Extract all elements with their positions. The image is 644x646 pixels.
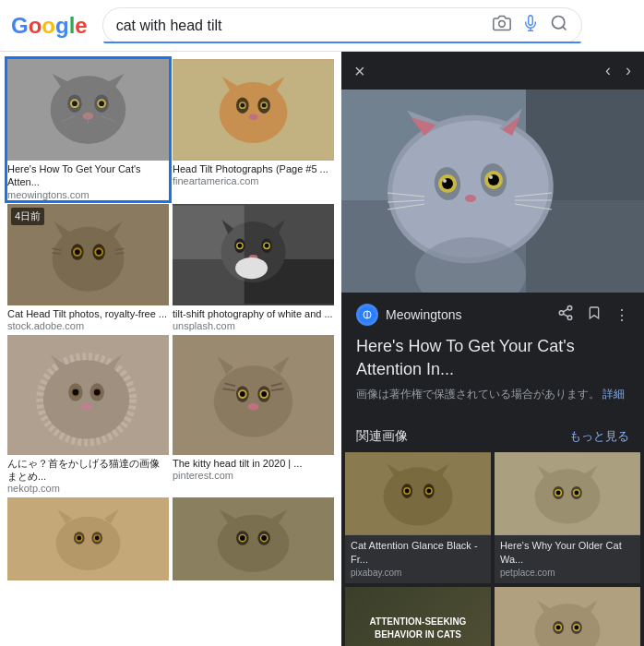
grid-item-2-caption: Head Tilt Photographs (Page #5 ... (173, 162, 334, 175)
svg-point-19 (220, 82, 288, 143)
related-item-2-source: petplace.com (495, 568, 640, 583)
grid-row-2: 4日前 Cat Head Tilt photos, royalty-free .… (7, 204, 334, 331)
svg-point-50 (235, 257, 268, 279)
detail-panel: × ‹ › (341, 52, 644, 646)
grid-item-3-caption: Cat Head Tilt photos, royalty-free ... (7, 307, 169, 320)
svg-point-116 (567, 316, 572, 320)
svg-point-72 (261, 391, 267, 397)
svg-point-142 (574, 626, 578, 630)
related-item-4[interactable]: Cats deserve more of our atten... thevil… (495, 587, 640, 646)
detail-nav: ‹ › (605, 61, 631, 80)
main-content: Here's How To Get Your Cat's Atten... me… (0, 52, 644, 646)
svg-point-26 (249, 114, 258, 120)
grid-item-6-source: pinterest.com (173, 470, 334, 481)
svg-point-58 (72, 389, 78, 396)
related-item-2[interactable]: Here's Why Your Older Cat Wa... petplace… (495, 452, 640, 583)
related-grid: Cat Attention Glance Black - Fr... pixab… (341, 452, 644, 646)
related-item-1[interactable]: Cat Attention Glance Black - Fr... pixab… (345, 452, 491, 583)
svg-point-62 (214, 365, 293, 437)
site-info-row: Meowingtons ⋮ (356, 304, 629, 326)
detail-prev-button[interactable]: ‹ (605, 61, 611, 80)
svg-point-34 (96, 249, 101, 255)
svg-point-102 (443, 179, 447, 183)
svg-line-118 (563, 309, 567, 312)
search-bar[interactable] (102, 7, 582, 43)
grid-item-2-source: fineartamerica.com (173, 175, 334, 186)
grid-item-5[interactable]: んにゃ？首をかしげる猫達の画像まとめ... nekotp.com (7, 335, 169, 495)
grid-item-4-caption: tilt-shift photography of white and ... (173, 307, 334, 320)
search-icon-group (493, 14, 568, 37)
related-more-link[interactable]: もっと見る (569, 428, 629, 445)
grid-item-5-source: nekotp.com (7, 483, 169, 494)
grid-item-3-badge: 4日前 (11, 208, 44, 225)
svg-point-104 (465, 195, 476, 202)
svg-point-0 (498, 21, 505, 28)
related-title: 関連画像 (356, 428, 408, 445)
svg-point-59 (94, 389, 101, 396)
svg-line-117 (563, 314, 567, 317)
grid-item-7[interactable] (7, 497, 169, 580)
grid-row-3: んにゃ？首をかしげる猫達の画像まとめ... nekotp.com (7, 335, 334, 495)
search-bar-underline (103, 42, 581, 43)
svg-point-125 (405, 489, 410, 494)
svg-point-48 (265, 243, 269, 247)
svg-point-141 (556, 626, 561, 630)
svg-point-33 (75, 249, 80, 255)
grid-item-6-caption: The kitty head tilt in 2020 | ... (173, 457, 334, 470)
svg-point-3 (552, 17, 564, 29)
grid-item-1[interactable]: Here's How To Get Your Cat's Atten... me… (7, 59, 169, 200)
more-button[interactable]: ⋮ (614, 305, 629, 325)
detail-main-image (341, 90, 644, 293)
svg-point-73 (248, 403, 259, 411)
related-item-3[interactable]: ATTENTION-SEEKING BEHAVIOR IN CATS Cat B… (345, 587, 491, 646)
svg-point-25 (262, 103, 267, 108)
bookmark-button[interactable] (587, 305, 602, 325)
svg-rect-42 (173, 205, 244, 304)
camera-search-button[interactable] (493, 14, 511, 37)
grid-item-3[interactable]: 4日前 Cat Head Tilt photos, royalty-free .… (7, 204, 169, 331)
svg-point-47 (237, 243, 242, 247)
grid-item-6[interactable]: The kitty head tilt in 2020 | ... pinter… (173, 335, 334, 495)
svg-point-115 (559, 311, 564, 316)
related-item-2-caption: Here's Why Your Older Cat Wa... (495, 535, 640, 568)
svg-point-12 (99, 101, 104, 106)
svg-point-126 (426, 489, 431, 494)
search-submit-button[interactable] (550, 14, 568, 37)
svg-point-88 (240, 536, 245, 542)
grid-item-1-caption: Here's How To Get Your Cat's Atten... (7, 162, 169, 189)
svg-point-52 (43, 360, 129, 439)
svg-point-103 (489, 175, 493, 179)
grid-item-5-caption: んにゃ？首をかしげる猫達の画像まとめ... (7, 457, 169, 484)
svg-point-114 (567, 306, 572, 311)
svg-point-134 (574, 491, 578, 496)
voice-search-button[interactable] (522, 14, 539, 37)
svg-point-75 (56, 517, 121, 570)
share-button[interactable] (557, 305, 574, 325)
svg-point-71 (240, 391, 245, 397)
site-name: Meowingtons (386, 307, 462, 322)
svg-line-36 (53, 253, 62, 254)
detail-next-button[interactable]: › (626, 61, 631, 80)
grid-item-3-source: stock.adobe.com (7, 320, 169, 331)
image-grid: Here's How To Get Your Cat's Atten... me… (0, 52, 341, 646)
detail-close-button[interactable]: × (354, 62, 365, 80)
grid-item-8[interactable] (173, 497, 334, 580)
svg-point-81 (95, 536, 100, 541)
site-icon (356, 304, 378, 326)
svg-line-38 (115, 253, 125, 254)
svg-point-133 (556, 491, 561, 496)
detail-copyright-link[interactable]: 詳細 (602, 388, 625, 401)
svg-line-4 (563, 27, 566, 30)
related-item-1-source: pixabay.com (345, 568, 491, 583)
site-actions: ⋮ (557, 305, 629, 325)
search-input[interactable] (116, 18, 485, 34)
grid-item-4[interactable]: tilt-shift photography of white and ... … (173, 204, 334, 331)
detail-title: Here's How To Get Your Cat's Attention I… (356, 335, 629, 381)
svg-point-60 (81, 403, 92, 411)
grid-row-1: Here's How To Get Your Cat's Atten... me… (7, 59, 334, 200)
header: Google (0, 0, 644, 52)
grid-item-2[interactable]: Head Tilt Photographs (Page #5 ... finea… (173, 59, 334, 200)
google-logo: Google (11, 13, 88, 39)
svg-point-80 (77, 536, 81, 541)
related-item-1-caption: Cat Attention Glance Black - Fr... (345, 535, 491, 568)
